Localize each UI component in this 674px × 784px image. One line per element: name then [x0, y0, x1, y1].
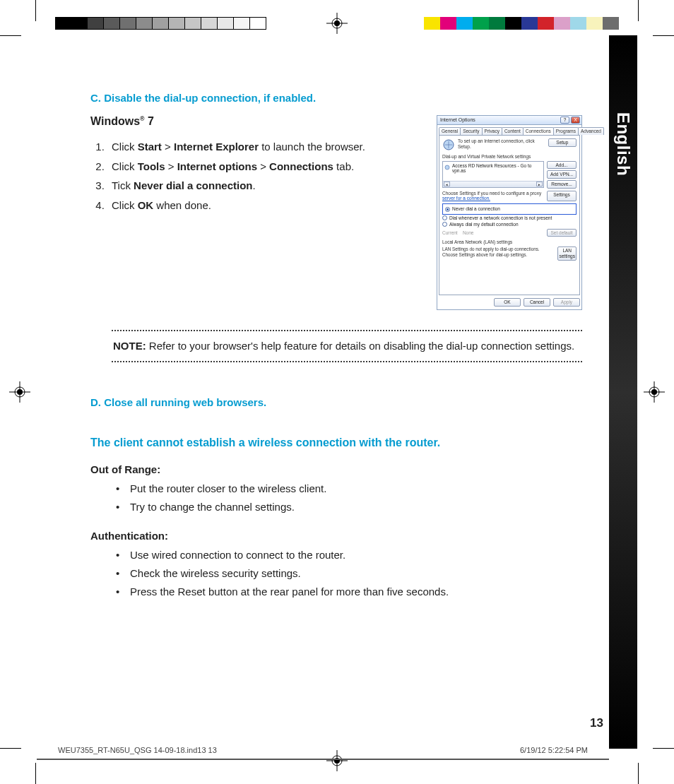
- crop-mark: [638, 763, 639, 784]
- page-number: 13: [590, 716, 603, 730]
- proxy-text: Choose Settings if you need to configure…: [442, 191, 544, 202]
- steps-list: Click Start > Internet Explorer to launc…: [90, 138, 427, 214]
- radio-dial-when[interactable]: Dial whenever a network connection is no…: [442, 215, 577, 221]
- troubleshoot-title: The client cannot establish a wireless c…: [90, 436, 582, 449]
- page-content: C. Disable the dial-up connection, if en…: [90, 92, 582, 706]
- setup-text: To set up an Internet connection, click …: [458, 138, 545, 150]
- crop-mark: [653, 748, 674, 749]
- step-1: Click Start > Internet Explorer to launc…: [107, 138, 427, 156]
- lan-settings-button[interactable]: LAN settings: [557, 247, 577, 261]
- tab-security[interactable]: Security: [460, 127, 482, 135]
- note-text: Refer to your browser's help feature for…: [146, 340, 575, 352]
- section-d-heading: D. Close all running web browsers.: [90, 396, 582, 408]
- lan-text: LAN Settings do not apply to dial-up con…: [442, 247, 555, 261]
- set-default-button[interactable]: Set default: [547, 229, 577, 237]
- dialog-title: Internet Options: [439, 117, 475, 123]
- crop-mark: [638, 0, 639, 21]
- footer-meta: WEU7355_RT-N65U_QSG 14-09-18.ind13 13 6/…: [37, 739, 609, 760]
- list-item: Press the Reset button at the rear panel…: [130, 583, 582, 601]
- section-c-heading: C. Disable the dial-up connection, if en…: [90, 92, 582, 104]
- never-dial-highlight: Never dial a connection: [442, 203, 577, 215]
- tab-programs[interactable]: Programs: [553, 127, 579, 135]
- add-button[interactable]: Add...: [547, 161, 577, 170]
- auth-list: Use wired connection to connect to the r…: [90, 546, 582, 602]
- note-label: NOTE:: [113, 340, 146, 352]
- group-lan: Local Area Network (LAN) settings: [442, 239, 577, 245]
- setup-button[interactable]: Setup: [548, 138, 577, 147]
- registration-mark-icon: [644, 381, 665, 403]
- radio-always-dial[interactable]: Always dial my default connection: [442, 222, 577, 227]
- registration-mark-icon: [326, 13, 348, 34]
- crop-mark: [0, 748, 21, 749]
- tab-advanced[interactable]: Advanced: [578, 127, 604, 135]
- cancel-button[interactable]: Cancel: [524, 298, 550, 307]
- tab-privacy[interactable]: Privacy: [482, 127, 502, 135]
- footer-timestamp: 6/19/12 5:22:54 PM: [520, 746, 588, 754]
- horizontal-scrollbar[interactable]: ◂ ▸: [443, 181, 543, 187]
- registration-mark-icon: [9, 381, 30, 403]
- range-list: Put the router closer to the wireless cl…: [90, 480, 582, 517]
- radio-dot-icon: [442, 222, 447, 227]
- radio-dot-icon: [442, 215, 447, 220]
- close-button[interactable]: X: [571, 117, 580, 124]
- list-item: Check the wireless security settings.: [130, 564, 582, 583]
- crop-mark: [653, 35, 674, 36]
- list-item: Try to change the channel settings.: [130, 498, 582, 516]
- authentication-heading: Authentication:: [90, 530, 582, 542]
- remove-button[interactable]: Remove...: [547, 180, 577, 189]
- dialog-tabs: General Security Privacy Content Connect…: [437, 125, 581, 135]
- language-tab: English: [609, 35, 637, 749]
- connections-listbox[interactable]: Access RD Network Resources - Go to vpn.…: [442, 161, 544, 188]
- network-icon: [444, 165, 450, 172]
- crop-mark: [35, 0, 36, 21]
- internet-options-dialog: Internet Options ? X General Security Pr…: [437, 115, 582, 310]
- list-item: Put the router closer to the wireless cl…: [130, 480, 582, 498]
- step-2: Click Tools > Internet options > Connect…: [107, 158, 427, 176]
- scroll-left-icon[interactable]: ◂: [444, 182, 450, 186]
- scroll-right-icon[interactable]: ▸: [536, 182, 543, 186]
- radio-dot-icon: [445, 207, 450, 212]
- note-box: NOTE: Refer to your browser's help featu…: [112, 330, 582, 363]
- svg-point-17: [445, 165, 449, 170]
- step-4: Click OK when done.: [107, 196, 427, 215]
- tab-connections[interactable]: Connections: [523, 127, 554, 135]
- footer-file: WEU7355_RT-N65U_QSG 14-09-18.ind13 13: [58, 746, 217, 754]
- settings-button[interactable]: Settings: [547, 191, 577, 202]
- windows7-heading: Windows® 7: [90, 115, 427, 128]
- current-label: Current None: [442, 230, 473, 236]
- connection-wizard-icon: [442, 138, 455, 151]
- group-dialup: Dial-up and Virtual Private Network sett…: [442, 154, 577, 160]
- list-item-label: Access RD Network Resources - Go to vpn.…: [452, 163, 542, 174]
- out-of-range-heading: Out of Range:: [90, 463, 582, 475]
- crop-mark: [0, 35, 21, 36]
- ok-button[interactable]: OK: [494, 298, 521, 307]
- radio-never-dial[interactable]: Never dial a connection: [445, 206, 574, 212]
- tab-content[interactable]: Content: [502, 127, 524, 135]
- tab-general[interactable]: General: [439, 127, 461, 135]
- apply-button[interactable]: Apply: [553, 298, 580, 307]
- language-label: English: [613, 112, 633, 176]
- help-button[interactable]: ?: [560, 117, 569, 124]
- add-vpn-button[interactable]: Add VPN...: [547, 170, 577, 179]
- step-3: Tick Never dial a connection.: [107, 177, 427, 195]
- crop-mark: [35, 763, 36, 784]
- list-item: Use wired connection to connect to the r…: [130, 546, 582, 564]
